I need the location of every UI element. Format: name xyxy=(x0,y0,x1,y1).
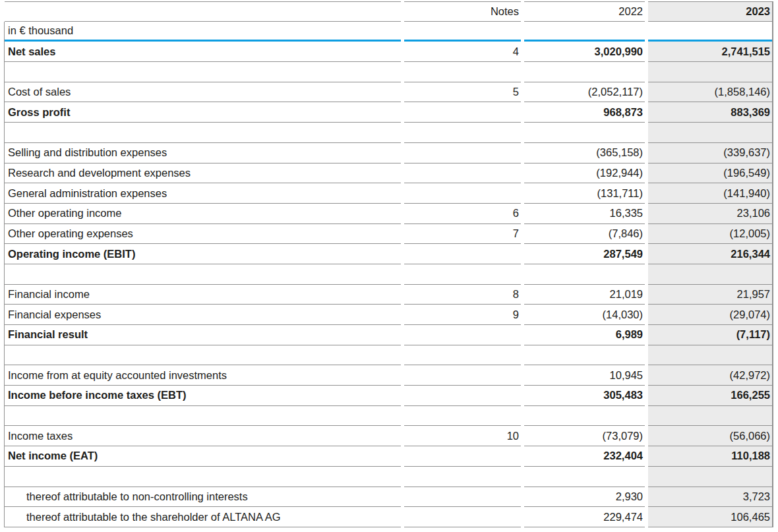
row-label: Operating income (EBIT) xyxy=(5,244,401,264)
row-notes xyxy=(404,406,521,427)
row-value-2022: (192,944) xyxy=(524,163,645,184)
row-value-2023: (29,074) xyxy=(648,305,772,325)
row-notes: 9 xyxy=(404,305,521,325)
row-label xyxy=(5,123,401,143)
row-label: Cost of sales xyxy=(5,82,401,103)
row-value-2023: (1,858,146) xyxy=(648,82,772,103)
row-value-2022: 229,474 xyxy=(524,507,645,527)
row-value-2023: 110,188 xyxy=(648,446,772,467)
row-value-2023 xyxy=(648,123,772,143)
row-label xyxy=(5,345,401,366)
row-notes: 4 xyxy=(404,42,521,62)
row-value-2022: 10,945 xyxy=(524,365,645,386)
row-notes xyxy=(404,143,521,163)
row-value-2023 xyxy=(648,345,772,366)
row-value-2023: (7,117) xyxy=(648,325,772,345)
header-label-cell xyxy=(5,1,401,22)
row-value-2022 xyxy=(524,406,645,427)
row-label: General administration expenses xyxy=(5,183,401,204)
row-label: Other operating income xyxy=(5,204,401,224)
row-label: Research and development expenses xyxy=(5,163,401,184)
row-label xyxy=(5,264,401,285)
row-value-2023: (56,066) xyxy=(648,426,772,446)
unit-row-2022-cell xyxy=(524,22,645,42)
row-value-2022: 6,989 xyxy=(524,325,645,345)
column-header-2023: 2023 xyxy=(648,1,772,22)
row-value-2023: 166,255 xyxy=(648,386,772,406)
row-value-2023 xyxy=(648,62,772,82)
row-label: Net sales xyxy=(5,42,401,62)
row-value-2023: 106,465 xyxy=(648,507,772,527)
row-notes xyxy=(404,102,521,123)
row-label: Selling and distribution expenses xyxy=(5,143,401,163)
row-notes xyxy=(404,325,521,345)
unit-row-notes-cell xyxy=(404,22,521,42)
row-notes xyxy=(404,446,521,467)
row-notes xyxy=(404,386,521,406)
row-value-2022: (14,030) xyxy=(524,305,645,325)
row-notes xyxy=(404,163,521,184)
row-notes xyxy=(404,123,521,143)
row-label xyxy=(5,62,401,82)
row-value-2022: 968,873 xyxy=(524,102,645,123)
row-label: Gross profit xyxy=(5,102,401,123)
row-value-2022: 3,020,990 xyxy=(524,42,645,62)
row-value-2023: (42,972) xyxy=(648,365,772,386)
row-label: Income taxes xyxy=(5,426,401,446)
row-value-2023: (196,549) xyxy=(648,163,772,184)
row-label: Income from at equity accounted investme… xyxy=(5,365,401,386)
row-label xyxy=(5,406,401,427)
row-notes xyxy=(404,264,521,285)
row-label: Income before income taxes (EBT) xyxy=(5,386,401,406)
row-notes xyxy=(404,345,521,366)
row-value-2023 xyxy=(648,264,772,285)
row-value-2022 xyxy=(524,123,645,143)
row-notes xyxy=(404,467,521,487)
income-statement-table: Notes 2022 2023 in € thousand Net sales4… xyxy=(5,1,773,527)
row-notes xyxy=(404,487,521,508)
row-value-2023: 216,344 xyxy=(648,244,772,264)
row-notes xyxy=(404,62,521,82)
row-value-2023: 3,723 xyxy=(648,487,772,508)
row-value-2023: (12,005) xyxy=(648,224,772,245)
row-value-2022: (365,158) xyxy=(524,143,645,163)
row-notes: 5 xyxy=(404,82,521,103)
row-label: Financial expenses xyxy=(5,305,401,325)
row-label: Net income (EAT) xyxy=(5,446,401,467)
row-value-2022: (2,052,117) xyxy=(524,82,645,103)
row-value-2023 xyxy=(648,406,772,427)
row-label: Other operating expenses xyxy=(5,224,401,245)
row-value-2023: (339,637) xyxy=(648,143,772,163)
row-label xyxy=(5,467,401,487)
row-notes xyxy=(404,244,521,264)
row-value-2023 xyxy=(648,467,772,487)
row-label: thereof attributable to the shareholder … xyxy=(5,507,401,527)
row-value-2022: 21,019 xyxy=(524,285,645,305)
row-notes xyxy=(404,365,521,386)
row-value-2022 xyxy=(524,345,645,366)
row-label: Financial result xyxy=(5,325,401,345)
row-notes: 6 xyxy=(404,204,521,224)
row-value-2022: 232,404 xyxy=(524,446,645,467)
row-value-2023: (141,940) xyxy=(648,183,772,204)
row-notes: 7 xyxy=(404,224,521,245)
row-notes xyxy=(404,507,521,527)
row-label: thereof attributable to non-controlling … xyxy=(5,487,401,508)
row-value-2022: 16,335 xyxy=(524,204,645,224)
row-value-2023: 2,741,515 xyxy=(648,42,772,62)
row-notes xyxy=(404,183,521,204)
row-value-2023: 883,369 xyxy=(648,102,772,123)
row-value-2022: (73,079) xyxy=(524,426,645,446)
unit-label: in € thousand xyxy=(5,22,401,42)
row-label: Financial income xyxy=(5,285,401,305)
row-value-2023: 23,106 xyxy=(648,204,772,224)
row-value-2022 xyxy=(524,62,645,82)
row-value-2022: 2,930 xyxy=(524,487,645,508)
row-value-2022: 305,483 xyxy=(524,386,645,406)
row-value-2022: (7,846) xyxy=(524,224,645,245)
row-value-2022: 287,549 xyxy=(524,244,645,264)
table-left-border xyxy=(4,22,5,527)
unit-row-2023-cell xyxy=(648,22,772,42)
row-notes: 10 xyxy=(404,426,521,446)
row-value-2023: 21,957 xyxy=(648,285,772,305)
